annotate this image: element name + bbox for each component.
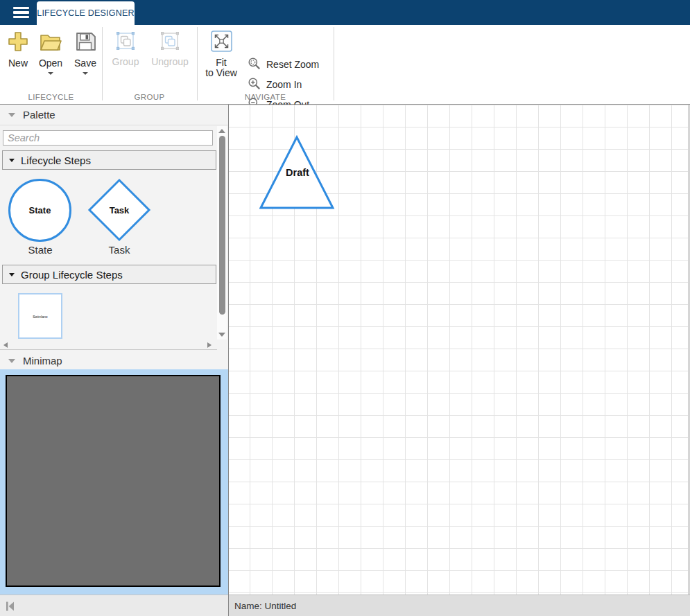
state-shape-text: State xyxy=(29,205,51,215)
minimap-header-label: Minimap xyxy=(23,355,62,367)
vertical-scrollbar-thumb[interactable] xyxy=(219,136,225,315)
group-icon xyxy=(115,30,136,54)
group-button[interactable]: Group xyxy=(107,30,144,67)
toolstrip: New Open Save L xyxy=(0,25,690,105)
scroll-left-icon[interactable] xyxy=(3,342,8,348)
task-shape-text: Task xyxy=(87,205,151,215)
save-dropdown-icon[interactable] xyxy=(83,72,88,75)
reset-zoom-button[interactable]: Reset Zoom xyxy=(248,57,319,72)
swimlane-shape-text: Swimlane xyxy=(31,315,50,318)
draft-node-label: Draft xyxy=(259,167,336,178)
palette-shape-swimlane[interactable]: Swimlane xyxy=(18,293,62,339)
zoom-in-button[interactable]: Zoom In xyxy=(248,77,302,92)
zoom-in-label: Zoom In xyxy=(266,79,302,90)
diagram-canvas[interactable]: Draft xyxy=(229,105,690,595)
zoom-in-icon xyxy=(248,77,261,93)
open-button-label: Open xyxy=(39,58,62,69)
scroll-up-icon[interactable] xyxy=(218,129,225,133)
draft-node[interactable]: Draft xyxy=(259,135,336,210)
diagram-name-text: Name: Untitled xyxy=(234,601,296,611)
section-separator xyxy=(197,27,198,100)
ungroup-button[interactable]: Ungroup xyxy=(147,30,193,67)
section-separator xyxy=(334,27,334,100)
scroll-down-icon[interactable] xyxy=(218,333,225,337)
palette-panel: Palette Lifecycle Steps State State Task… xyxy=(0,105,228,595)
ungroup-button-label: Ungroup xyxy=(151,57,189,67)
lifecycle-designer-app: LIFECYCLE DESIGNER New Open xyxy=(0,0,690,616)
minimap-viewport[interactable] xyxy=(0,369,228,595)
new-button-label: New xyxy=(8,58,28,69)
titlebar: LIFECYCLE DESIGNER xyxy=(0,0,690,25)
lifecycle-steps-label: Lifecycle Steps xyxy=(21,155,91,166)
reset-zoom-label: Reset Zoom xyxy=(266,59,319,70)
save-floppy-icon xyxy=(74,30,96,55)
collapse-triangle-icon xyxy=(9,273,15,276)
fit-to-view-icon xyxy=(211,30,232,55)
fit-to-view-label: Fit to View xyxy=(205,58,237,78)
palette-header[interactable]: Palette xyxy=(0,105,228,125)
divider xyxy=(0,125,228,125)
new-button[interactable]: New xyxy=(1,30,35,69)
chevron-down-icon xyxy=(8,113,15,117)
section-label-navigate: NAVIGATE xyxy=(197,93,334,101)
open-folder-icon xyxy=(39,30,62,55)
state-caption: State xyxy=(8,244,72,256)
reset-zoom-icon xyxy=(248,57,261,73)
palette-header-label: Palette xyxy=(23,109,55,121)
open-dropdown-icon[interactable] xyxy=(48,72,53,75)
task-caption: Task xyxy=(87,244,151,256)
minimap-header[interactable]: Minimap xyxy=(0,351,228,371)
ungroup-icon xyxy=(159,30,180,54)
open-button[interactable]: Open xyxy=(34,30,67,75)
save-button[interactable]: Save xyxy=(69,30,102,75)
section-separator xyxy=(102,27,103,100)
palette-vertical-scrollbar[interactable] xyxy=(217,126,227,340)
group-button-label: Group xyxy=(112,57,139,67)
save-button-label: Save xyxy=(74,58,96,69)
palette-shape-state[interactable]: State xyxy=(8,179,71,242)
new-plus-icon xyxy=(7,30,29,55)
minimap-view-rect[interactable] xyxy=(6,375,221,587)
collapse-triangle-icon xyxy=(9,159,15,162)
menu-icon[interactable] xyxy=(8,5,34,20)
statusbar-left xyxy=(0,595,228,616)
section-header-group-lifecycle-steps[interactable]: Group Lifecycle Steps xyxy=(2,265,216,284)
section-header-lifecycle-steps[interactable]: Lifecycle Steps xyxy=(2,150,216,170)
palette-shape-task[interactable]: Task xyxy=(87,178,151,242)
group-lifecycle-steps-label: Group Lifecycle Steps xyxy=(21,269,123,281)
fit-to-view-button[interactable]: Fit to View xyxy=(202,30,241,78)
statusbar-right: Name: Untitled xyxy=(229,595,690,616)
palette-horizontal-scrollbar[interactable] xyxy=(0,340,217,350)
section-label-lifecycle: LIFECYCLE xyxy=(0,93,102,101)
section-label-group: GROUP xyxy=(102,93,197,101)
scroll-right-icon[interactable] xyxy=(207,342,212,348)
collapse-panel-icon[interactable] xyxy=(6,601,15,614)
chevron-down-icon xyxy=(8,359,15,363)
search-input[interactable] xyxy=(3,130,213,146)
tab-lifecycle-designer[interactable]: LIFECYCLE DESIGNER xyxy=(37,1,135,25)
